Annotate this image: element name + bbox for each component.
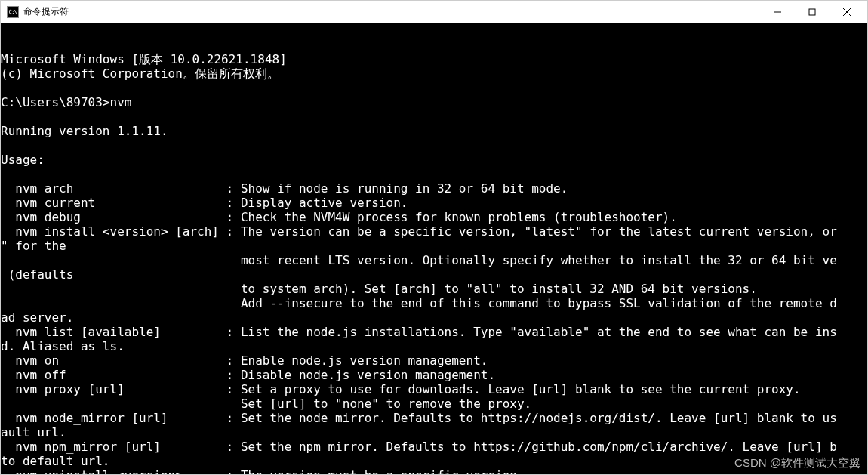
output-npmmirror: nvm npm_mirror [url] : Set the npm mirro… xyxy=(1,440,837,454)
command-prompt-window: C:\ 命令提示符 Microsoft Windows [版本 10.0.226… xyxy=(0,0,868,475)
window-controls xyxy=(760,1,864,23)
output-install-2: most recent LTS version. Optionally spec… xyxy=(1,253,837,267)
output-on: nvm on : Enable node.js version manageme… xyxy=(1,353,488,368)
terminal-output: Microsoft Windows [版本 10.0.22621.1848] (… xyxy=(1,52,867,474)
output-current: nvm current : Display active version. xyxy=(1,196,408,210)
close-icon xyxy=(843,8,851,16)
output-list: nvm list [available] : List the node.js … xyxy=(1,325,837,339)
command-text: nvm xyxy=(110,95,132,109)
output-debug: nvm debug : Check the NVM4W process for … xyxy=(1,210,677,224)
output-nodemirror-b: ault url. xyxy=(1,425,66,440)
output-usage-header: Usage: xyxy=(1,153,45,167)
output-proxy-1: nvm proxy [url] : Set a proxy to use for… xyxy=(1,382,801,396)
svg-rect-1 xyxy=(809,9,815,15)
cmd-icon: C:\ xyxy=(7,6,19,18)
output-install-3: to system arch). Set [arch] to "all" to … xyxy=(1,282,757,296)
minimize-icon xyxy=(774,8,781,16)
close-button[interactable] xyxy=(830,1,864,23)
terminal-area[interactable]: Microsoft Windows [版本 10.0.22621.1848] (… xyxy=(1,23,867,474)
minimize-button[interactable] xyxy=(760,1,795,23)
prompt: C:\Users\89703> xyxy=(1,95,110,109)
output-install-1: nvm install <version> [arch] : The versi… xyxy=(1,224,837,239)
os-version-line: Microsoft Windows [版本 10.0.22621.1848] xyxy=(1,52,287,66)
output-list-b: d. Aliased as ls. xyxy=(1,339,125,353)
output-off: nvm off : Disable node.js version manage… xyxy=(1,368,495,382)
titlebar[interactable]: C:\ 命令提示符 xyxy=(1,1,867,23)
output-running: Running version 1.1.11. xyxy=(1,124,168,138)
output-proxy-2: Set [url] to "none" to remove the proxy. xyxy=(1,396,531,411)
copyright-line: (c) Microsoft Corporation。保留所有权利。 xyxy=(1,66,279,81)
output-arch: nvm arch : Show if node is running in 32… xyxy=(1,181,568,196)
maximize-button[interactable] xyxy=(795,1,830,23)
window-title: 命令提示符 xyxy=(23,5,760,18)
output-uninstall: nvm uninstall <version> : The version mu… xyxy=(1,468,525,474)
output-npmmirror-b: to default url. xyxy=(1,454,110,468)
output-install-4: Add --insecure to the end of this comman… xyxy=(1,296,837,310)
output-install-2b: (defaults xyxy=(1,267,73,282)
output-install-1b: " for the xyxy=(1,239,66,253)
output-nodemirror: nvm node_mirror [url] : Set the node mir… xyxy=(1,411,837,425)
maximize-icon xyxy=(808,8,816,16)
output-install-4b: ad server. xyxy=(1,310,73,325)
